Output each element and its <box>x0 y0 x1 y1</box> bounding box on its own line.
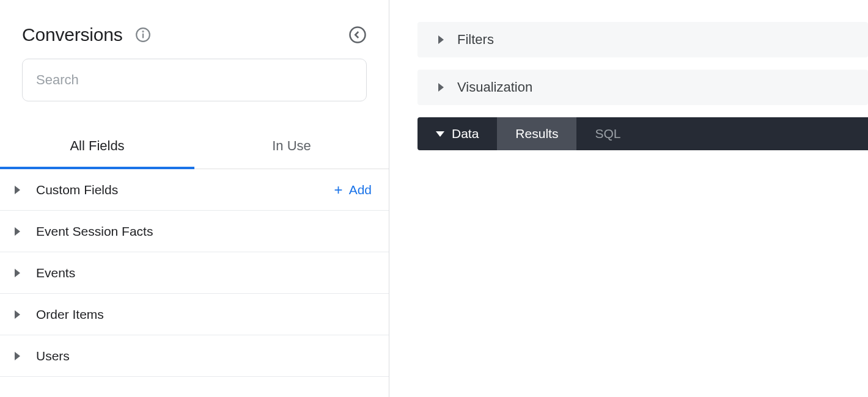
add-custom-field-button[interactable]: + Add <box>334 183 372 197</box>
info-icon[interactable] <box>134 26 152 44</box>
data-tab-label: SQL <box>595 126 620 141</box>
data-tab-label: Data <box>452 126 479 141</box>
plus-icon: + <box>334 183 343 197</box>
field-group-label: Event Session Facts <box>36 224 372 239</box>
add-label: Add <box>349 183 372 197</box>
field-group-label: Events <box>36 266 372 280</box>
data-tab-data[interactable]: Data <box>417 117 497 150</box>
data-tab-results[interactable]: Results <box>497 117 576 150</box>
tab-label: In Use <box>272 138 311 153</box>
caret-down-icon <box>436 131 444 137</box>
field-group-label: Order Items <box>36 307 372 322</box>
data-bar: Data Results SQL <box>417 117 868 150</box>
field-group-order-items[interactable]: Order Items <box>0 294 389 335</box>
caret-right-icon <box>15 310 20 319</box>
explore-title: Conversions <box>22 24 123 45</box>
field-group-label: Users <box>36 349 372 363</box>
caret-right-icon <box>15 352 20 360</box>
data-tab-sql[interactable]: SQL <box>576 117 639 150</box>
search-input[interactable] <box>22 59 367 101</box>
section-filters[interactable]: Filters <box>417 22 868 57</box>
tab-all-fields[interactable]: All Fields <box>0 121 194 169</box>
svg-point-3 <box>350 27 366 43</box>
caret-right-icon <box>438 83 444 92</box>
caret-right-icon <box>438 35 444 44</box>
section-label: Filters <box>457 32 494 48</box>
section-label: Visualization <box>457 79 532 95</box>
field-group-label: Custom Fields <box>36 183 334 197</box>
caret-right-icon <box>15 269 20 277</box>
field-picker-panel: Conversions All Fields In Use <box>0 0 389 397</box>
tab-in-use[interactable]: In Use <box>194 121 389 169</box>
field-group-event-session-facts[interactable]: Event Session Facts <box>0 211 389 252</box>
section-visualization[interactable]: Visualization <box>417 70 868 105</box>
caret-right-icon <box>15 186 20 194</box>
svg-point-2 <box>142 31 143 32</box>
caret-right-icon <box>15 227 20 236</box>
field-picker-header: Conversions <box>0 0 389 115</box>
field-group-users[interactable]: Users <box>0 335 389 377</box>
data-tab-label: Results <box>515 126 558 141</box>
explore-main-panel: Filters Visualization Data Results SQL <box>389 0 868 397</box>
field-group-events[interactable]: Events <box>0 252 389 294</box>
tab-label: All Fields <box>70 138 124 153</box>
collapse-panel-icon[interactable] <box>348 26 367 44</box>
field-tabs: All Fields In Use <box>0 121 389 169</box>
field-group-custom-fields[interactable]: Custom Fields + Add <box>0 169 389 211</box>
field-list: Custom Fields + Add Event Session Facts … <box>0 169 389 377</box>
